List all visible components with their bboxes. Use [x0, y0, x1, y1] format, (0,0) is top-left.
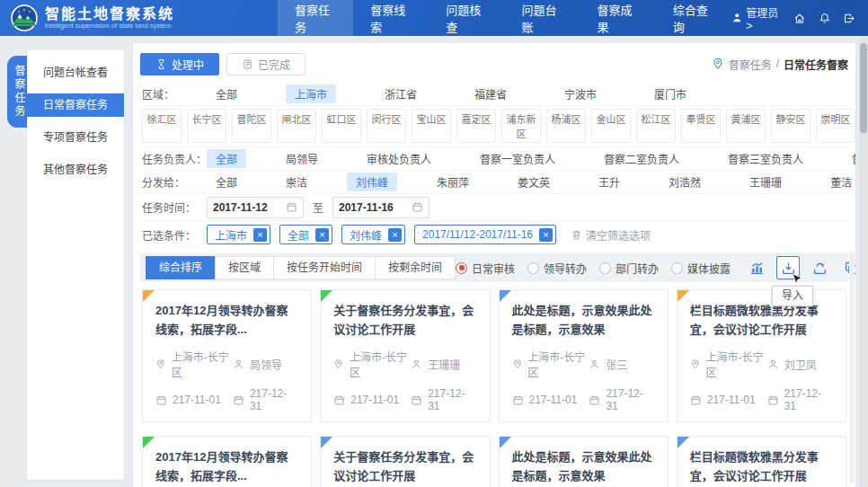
assignee-option[interactable]: 崇洁: [277, 173, 316, 191]
remove-chip-icon[interactable]: ×: [539, 228, 553, 242]
task-card[interactable]: 栏目标题微软雅黑分发事宜，会议讨论工作开展 上海市-长宁区 刘卫凤 217-11…: [677, 436, 846, 487]
district-option[interactable]: 金山区: [591, 109, 631, 143]
page-scrollbar-thumb[interactable]: [860, 43, 867, 133]
sidebar-item-special-supervision-tasks[interactable]: 专项督察任务: [27, 126, 124, 149]
region-option[interactable]: 浙江省: [376, 84, 426, 103]
refresh-button[interactable]: [808, 256, 831, 279]
nav-item-issue-ledger[interactable]: 问题台账: [504, 0, 580, 36]
page-scrollbar[interactable]: [859, 36, 868, 487]
tab-completed[interactable]: 已完成: [226, 53, 306, 75]
nav-item-supervision-clues[interactable]: 督察线索: [353, 0, 429, 36]
assignee-option[interactable]: 姜文英: [509, 173, 559, 191]
sort-tab-by-remaining-time[interactable]: 按剩余时间: [375, 256, 456, 279]
assignee-option[interactable]: 王升: [589, 173, 629, 191]
nav-item-comprehensive-query[interactable]: 综合查询: [656, 0, 731, 36]
card-title: 关于督察任务分发事宜，会议讨论工作开展: [321, 437, 489, 487]
mouse-cursor: [792, 273, 804, 286]
district-option[interactable]: 黄浦区: [726, 109, 766, 143]
task-card[interactable]: 此处是标题，示意效果此处是标题，示意效果 上海市-长宁区 张三 217-11-0…: [499, 436, 669, 487]
task-card[interactable]: 关于督察任务分发事宜，会议讨论工作开展 上海市-长宁区 王珊珊 217-11-0…: [320, 436, 490, 487]
assignee-option[interactable]: 刘浩然: [660, 173, 710, 191]
clear-filters-button[interactable]: 清空筛选选项: [571, 227, 651, 243]
nav-item-issue-check[interactable]: 问题核查: [429, 0, 504, 36]
calendar-icon: [767, 394, 779, 406]
radio-daily-review[interactable]: 日常审核: [456, 261, 515, 276]
sort-tab-comprehensive[interactable]: 综合排序: [146, 256, 216, 279]
district-option[interactable]: 嘉定区: [456, 109, 496, 143]
sort-tab-by-start-time[interactable]: 按任务开始时间: [273, 256, 376, 279]
district-option[interactable]: 奉贤区: [681, 109, 721, 143]
content-scrollbar[interactable]: [849, 252, 855, 483]
owner-option[interactable]: 审核处负责人: [358, 149, 440, 168]
home-icon[interactable]: [793, 12, 806, 25]
logout-icon[interactable]: [843, 12, 855, 25]
sidebar-vertical-tab[interactable]: 督察任务: [7, 56, 27, 128]
import-button[interactable]: 导入: [776, 256, 800, 279]
user-menu[interactable]: 管理员>: [731, 4, 781, 32]
region-option[interactable]: 宁波市: [555, 84, 606, 103]
nav-item-supervision-tasks[interactable]: 督察任务: [278, 0, 353, 36]
owner-option[interactable]: 督察二室负责人: [595, 149, 688, 168]
card-title: 此处是标题，示意效果此处是标题，示意效果: [500, 290, 668, 341]
owner-option[interactable]: 督察三室负责人: [719, 149, 812, 168]
district-option[interactable]: 宝山区: [412, 109, 451, 143]
district-option[interactable]: 崇明区: [816, 109, 855, 143]
card-person: 局领导: [250, 357, 282, 372]
assignee-option[interactable]: 朱丽萍: [428, 173, 478, 191]
time-label: 任务时间：: [140, 199, 207, 215]
task-card[interactable]: 2017年12月领导转办督察线索，拓展字段... 上海市-长宁区 局领导 217…: [142, 436, 312, 487]
district-option[interactable]: 虹口区: [322, 109, 361, 143]
district-option[interactable]: 浦东新区: [501, 109, 541, 143]
radio-media-disclosure[interactable]: 媒体披露: [671, 261, 731, 276]
tab-processing[interactable]: 处理中: [140, 53, 219, 75]
notification-icon[interactable]: [819, 12, 831, 25]
start-date-input[interactable]: 2017-11-12: [207, 197, 304, 218]
assignee-option-selected[interactable]: 刘伟峰: [347, 173, 397, 191]
radio-leader-transfer[interactable]: 领导转办: [527, 261, 587, 276]
region-option-selected[interactable]: 上海市: [286, 84, 336, 103]
district-option[interactable]: 闵行区: [367, 109, 406, 143]
district-option[interactable]: 普陀区: [232, 109, 271, 143]
assignee-option[interactable]: 王珊珊: [740, 173, 791, 191]
sidebar-item-other-supervision-tasks[interactable]: 其他督察任务: [27, 158, 124, 182]
assignee-option[interactable]: 全部: [207, 173, 246, 191]
owner-option[interactable]: 督察四室负责人: [843, 149, 855, 168]
hourglass-icon: [155, 58, 167, 70]
trash-icon: [571, 229, 582, 241]
region-option[interactable]: 厦门市: [645, 84, 695, 103]
sidebar-item-issue-ledger-view[interactable]: 问题台帐查看: [27, 61, 124, 84]
end-date-input[interactable]: 2017-11-16: [332, 197, 430, 218]
nav-item-supervision-results[interactable]: 督察成果: [580, 0, 656, 36]
task-card[interactable]: 此处是标题，示意效果此处是标题，示意效果 上海市-长宁区 张三 217-11-0…: [499, 289, 669, 422]
district-option[interactable]: 松江区: [636, 109, 676, 143]
district-option[interactable]: 杨浦区: [546, 109, 586, 143]
radio-dot: [671, 262, 683, 274]
assignee-option[interactable]: 董洁: [821, 173, 855, 191]
radio-dot: [599, 262, 611, 274]
radio-dot: [456, 262, 467, 274]
main-nav: 督察任务 督察线索 问题核查 问题台账 督察成果 综合查询: [278, 0, 731, 36]
chart-button[interactable]: [745, 256, 768, 279]
sort-tab-by-region[interactable]: 按区域: [215, 256, 274, 279]
remove-chip-icon[interactable]: ×: [315, 228, 329, 242]
task-card[interactable]: 栏目标题微软雅黑分发事宜，会议讨论工作开展 上海市-长宁区 刘卫凤 217-11…: [677, 289, 846, 422]
district-option[interactable]: 徐汇区: [142, 109, 182, 143]
radio-department-transfer[interactable]: 部门转办: [599, 261, 659, 276]
region-option[interactable]: 全部: [207, 84, 246, 103]
owner-option[interactable]: 局领导: [277, 149, 327, 168]
remove-chip-icon[interactable]: ×: [253, 228, 267, 242]
task-card[interactable]: 2017年12月领导转办督察线索，拓展字段... 上海市-长宁区 局领导 217…: [142, 289, 312, 422]
card-corner-flag: [678, 437, 689, 448]
breadcrumb-section[interactable]: 督察任务: [729, 57, 772, 72]
owner-option-selected[interactable]: 全部: [207, 149, 246, 168]
district-option[interactable]: 静安区: [771, 109, 810, 143]
sidebar-item-daily-supervision-tasks[interactable]: 日常督察任务: [27, 93, 124, 117]
district-option[interactable]: 长宁区: [187, 109, 226, 143]
region-option[interactable]: 福建省: [465, 84, 516, 103]
owner-option[interactable]: 督察一室负责人: [471, 149, 564, 168]
filter-row-selected: 已选条件： 上海市 × 全部 × 刘伟峰 × 2017/11/12-2017/1…: [140, 221, 848, 248]
district-option[interactable]: 闸北区: [277, 109, 316, 143]
remove-chip-icon[interactable]: ×: [388, 228, 402, 242]
task-card[interactable]: 关于督察任务分发事宜，会议讨论工作开展 上海市-长宁区 王珊珊 217-11-0…: [320, 289, 490, 422]
sidebar: 问题台帐查看 日常督察任务 专项督察任务 其他督察任务: [27, 50, 124, 480]
